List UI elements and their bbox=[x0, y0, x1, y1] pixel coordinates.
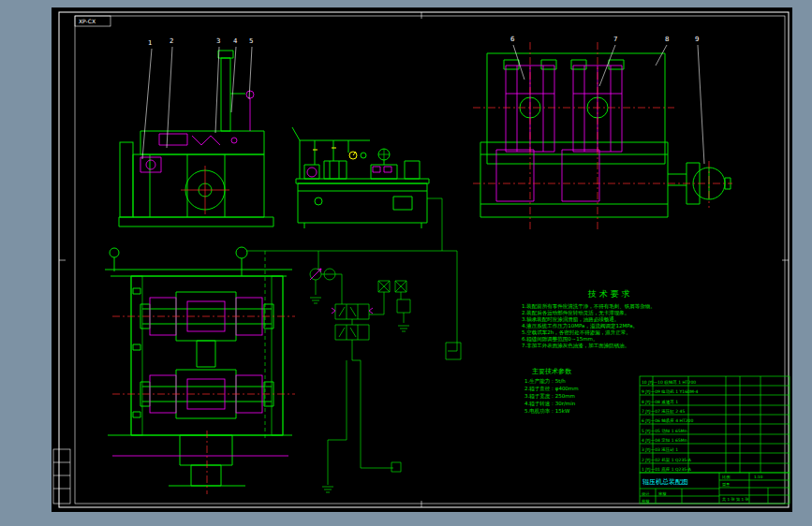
tech-line: 4.液压系统工作压力10MPa，溢流阀调定12MPa。 bbox=[522, 323, 638, 329]
scale-value: 1:10 bbox=[754, 475, 763, 479]
params-title: 主要技术参数 bbox=[532, 367, 572, 375]
weight-label: 重量 bbox=[722, 482, 730, 487]
parts-row: 6 JYJ—06 轴承座 4 HT200 bbox=[642, 417, 693, 423]
parts-row: 2 JYJ—02 机架 1 Q235-A bbox=[642, 458, 692, 462]
parts-row: 5 JYJ—05 动辊 1 65Mn bbox=[642, 429, 687, 433]
design-label: 设计 bbox=[642, 491, 650, 496]
parts-row: 4 JYJ—04 定辊 1 65Mn bbox=[642, 438, 687, 443]
stamp-text: XP-CX bbox=[79, 18, 96, 24]
cad-drawing-canvas: XP-CX 1 2 3 4 5 bbox=[0, 0, 812, 526]
parts-row: 10 JYJ—10 联轴器 1 HT200 bbox=[642, 380, 696, 385]
parts-row: 3 JYJ—03 液压站 1 bbox=[642, 446, 678, 452]
param-line: 4.辊子转速：30r/min bbox=[524, 401, 576, 407]
drawing-title: 辊压机总装配图 bbox=[642, 478, 688, 486]
approve-label: 审核 bbox=[658, 491, 667, 496]
balloon-3: 3 bbox=[216, 37, 220, 45]
balloon-9: 9 bbox=[695, 36, 699, 43]
param-line: 5.电机功率：15kW bbox=[524, 408, 570, 415]
sheets-label: 共 1 张 第 1 张 bbox=[722, 497, 750, 502]
parts-row: 9 JYJ—09 电动机 1 Y160M-4 bbox=[642, 389, 698, 394]
balloon-6: 6 bbox=[510, 36, 515, 43]
drawing-sheet bbox=[52, 7, 792, 512]
balloon-8: 8 bbox=[665, 36, 669, 43]
tech-line: 2.装配后各运动部件应转动灵活，无卡滞现象。 bbox=[522, 310, 629, 316]
parts-row: 8 JYJ—08 减速器 1 bbox=[642, 400, 678, 404]
tech-title: 技 术 要 求 bbox=[587, 289, 630, 299]
balloon-1: 1 bbox=[148, 39, 152, 47]
parts-row: 7 JYJ—07 液压缸 2 45 bbox=[642, 408, 685, 414]
tech-line: 3.轴承装配时应涂润滑脂，油路必须畅通。 bbox=[522, 315, 619, 323]
balloon-7: 7 bbox=[613, 36, 617, 43]
tech-line: 7.非加工外表面涂灰色油漆，加工面涂防锈油。 bbox=[522, 343, 629, 349]
balloon-2: 2 bbox=[170, 37, 173, 45]
check-label: 校核 bbox=[642, 499, 650, 504]
param-line: 1.生产能力：5t/h bbox=[524, 378, 566, 385]
balloon-5: 5 bbox=[249, 37, 253, 45]
tech-line: 1.装配前所有零件应清洗干净，不得有毛刺、铁屑等杂物。 bbox=[522, 303, 656, 310]
tech-line: 5.空载试车2h，各密封处不得渗漏，温升正常。 bbox=[522, 329, 631, 336]
balloon-4: 4 bbox=[233, 37, 238, 45]
param-line: 3.辊子宽度：250mm bbox=[524, 393, 575, 400]
tech-line: 6.辊缝间隙调整范围0～15mm。 bbox=[522, 336, 598, 343]
param-line: 2.辊子直径：φ400mm bbox=[524, 386, 579, 392]
